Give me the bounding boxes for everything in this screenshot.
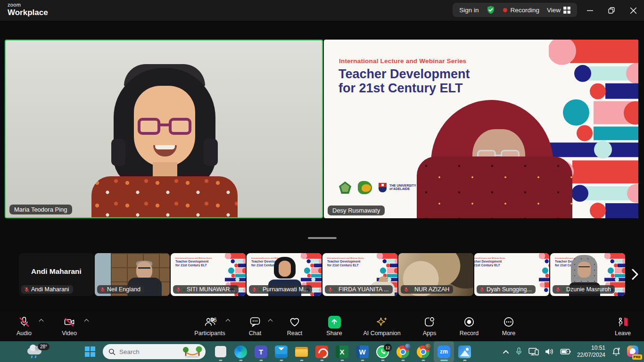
taskbar-teams[interactable]: T (251, 341, 271, 362)
adelaide-crest-icon (379, 183, 387, 192)
search-daily-image (182, 346, 203, 358)
view-button[interactable]: View (547, 7, 570, 14)
taskbar-mail[interactable] (271, 341, 291, 362)
task-view-icon (215, 346, 226, 357)
photos-icon (458, 346, 471, 358)
start-button[interactable] (85, 346, 95, 357)
taskbar-word[interactable]: W (352, 341, 372, 362)
taskbar-chrome-1[interactable] (393, 341, 413, 362)
mic-muted-icon (99, 287, 106, 293)
sign-in-button[interactable]: Sign in (459, 7, 479, 14)
video-button[interactable]: Video (57, 316, 82, 337)
more-ellipsis-icon (503, 316, 515, 328)
ai-companion-button[interactable]: AI Companion (361, 316, 403, 337)
chevron-right-icon (632, 269, 638, 280)
battery-charging-icon[interactable] (560, 348, 571, 355)
leave-label: Leave (615, 330, 631, 337)
tile-name-label: FIRDA YUANITA ... (339, 286, 389, 293)
tray-chevron-up-icon[interactable] (503, 349, 509, 354)
taskbar-task-view[interactable] (210, 341, 231, 362)
security-shield-icon[interactable] (486, 5, 495, 15)
chat-label: Chat (249, 330, 261, 337)
restore-button[interactable] (601, 0, 622, 21)
taskbar-clock[interactable]: 10:51 22/07/2024 (577, 345, 605, 359)
titlebar-controls: Sign in Recording View (453, 3, 577, 17)
recording-label: Recording (510, 7, 539, 14)
edge-icon (234, 346, 247, 358)
participants-button[interactable]: Participants 36 (191, 316, 228, 337)
react-label: React (287, 330, 303, 337)
taskbar-pdf[interactable] (312, 341, 332, 362)
taskbar-photos[interactable] (454, 341, 475, 362)
zoom-workplace-logo: zoom Workplace (8, 2, 48, 16)
status-dot-icon (335, 288, 337, 291)
mic-muted-icon (175, 287, 182, 293)
window-controls (579, 0, 644, 21)
taskbar-search[interactable] (103, 344, 206, 359)
video-tile-desy[interactable]: International Lecture and Webinar Series… (324, 40, 638, 218)
video-tile-maria[interactable]: Maria Teodora Ping (5, 40, 323, 218)
taskbar-file-explorer[interactable] (291, 341, 312, 362)
filmstrip-tile-firda[interactable]: International Lecture and Webinar Series… (322, 253, 397, 296)
mic-muted-icon (18, 316, 30, 328)
system-tray: 10:51 22/07/2024 PRE (503, 341, 639, 362)
taskbar-weather-widget[interactable]: 28° (25, 343, 55, 360)
tile-name-label: Neil England (107, 286, 140, 293)
cast-display-icon[interactable] (528, 347, 539, 356)
pdf-app-icon (315, 346, 328, 358)
taskbar-whatsapp[interactable]: 12 (372, 341, 393, 362)
tile-name-label: SITI MUNAWAR... (187, 286, 235, 293)
taskbar-zoom-active[interactable]: zm (434, 341, 454, 362)
filmstrip-next-button[interactable] (628, 264, 642, 285)
share-screen-icon (328, 316, 341, 329)
video-label: Video (62, 330, 77, 337)
mail-icon (275, 346, 288, 358)
filmstrip-tile-andi[interactable]: Andi Maharani Andi Maharani (19, 253, 94, 296)
copilot-button[interactable]: PRE (627, 346, 639, 358)
more-button[interactable]: More (496, 316, 521, 337)
excel-icon: X (336, 346, 348, 358)
search-icon (108, 348, 116, 355)
participant-name-label: Desy Rusmawaty (328, 206, 385, 215)
audio-options-chevron[interactable] (40, 319, 43, 322)
filmstrip-tile-siti[interactable]: International Lecture and Webinar Series… (171, 253, 246, 296)
volume-icon[interactable] (545, 348, 554, 355)
apps-button[interactable]: Apps (417, 316, 442, 337)
chrome-profile-avatar (405, 343, 411, 350)
participant-video (412, 100, 568, 218)
taskbar-edge[interactable] (231, 341, 251, 362)
close-button[interactable] (622, 0, 644, 21)
chat-button[interactable]: Chat (242, 316, 268, 337)
participants-options-chevron[interactable] (226, 319, 230, 322)
video-options-chevron[interactable] (85, 319, 89, 322)
taskbar-excel[interactable]: X (332, 341, 352, 362)
recording-dot-icon (503, 8, 507, 12)
taskbar-chrome-2[interactable] (413, 341, 433, 362)
react-button[interactable]: React (282, 316, 307, 337)
filmstrip-tile-nur[interactable]: NUR AZIZAH (398, 253, 473, 296)
mic-in-use-icon[interactable] (515, 347, 522, 356)
filmstrip-drag-handle[interactable] (308, 237, 337, 239)
chat-options-chevron[interactable] (269, 319, 272, 322)
share-button[interactable]: Share (322, 316, 347, 337)
tray-date: 22/07/2024 (577, 352, 605, 359)
filmstrip-tile-dyah[interactable]: International Lecture and Webinar Series… (474, 253, 549, 296)
filmstrip-tile-dzunie[interactable]: International Lecture and Webinar Series… (550, 253, 625, 296)
recording-indicator[interactable]: Recording (503, 7, 539, 14)
filmstrip-tile-purnamawati[interactable]: International Lecture and Webinar Series… (247, 253, 322, 296)
filmstrip-tile-neil[interactable]: Neil England (95, 253, 170, 296)
participants-label: Participants (194, 330, 225, 337)
whatsapp-icon: 12 (376, 346, 389, 358)
audio-button[interactable]: Audio (11, 316, 37, 337)
tile-name-label: Dyah Sungging... (487, 286, 532, 293)
video-stage: Maria Teodora Ping International Lecture… (0, 21, 644, 245)
apps-icon (423, 316, 436, 328)
record-button[interactable]: Record (456, 316, 482, 337)
mic-muted-icon (479, 287, 485, 293)
minimize-button[interactable] (579, 0, 601, 21)
notification-bell-sleep-icon[interactable] (611, 347, 621, 356)
search-input[interactable] (119, 348, 171, 355)
titlebar: zoom Workplace Sign in Recording View (0, 0, 644, 21)
whatsapp-badge: 12 (384, 344, 392, 352)
leave-button[interactable]: Leave (610, 316, 636, 337)
